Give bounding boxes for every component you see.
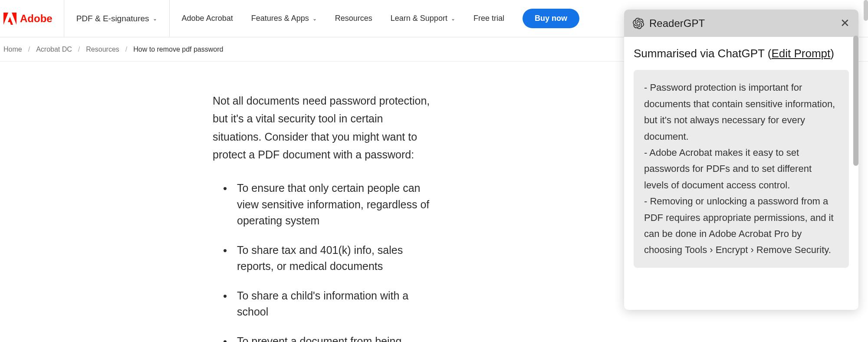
nav-learn-support[interactable]: Learn & Support ⌄	[391, 14, 455, 23]
popup-scrollbar[interactable]	[853, 36, 858, 166]
logo-section: Adobe	[0, 0, 64, 37]
pdf-dropdown-label: PDF & E-signatures	[76, 14, 149, 23]
openai-logo-icon	[633, 18, 644, 29]
popup-title: ReaderGPT	[649, 17, 835, 30]
breadcrumb-separator: /	[78, 46, 80, 53]
list-item: To prevent a document from being copied …	[231, 333, 434, 342]
list-item: To ensure that only certain people can v…	[231, 180, 434, 229]
adobe-logo-icon	[3, 13, 16, 25]
reasons-list: To ensure that only certain people can v…	[213, 180, 434, 342]
chevron-down-icon: ⌄	[153, 16, 157, 22]
chevron-down-icon: ⌄	[451, 16, 455, 22]
popup-heading: Summarised via ChatGPT (Edit Prompt)	[634, 46, 849, 61]
breadcrumb-separator: /	[28, 46, 30, 53]
nav-features-apps[interactable]: Features & Apps ⌄	[251, 14, 317, 23]
readergpt-popup: ReaderGPT ✕ Summarised via ChatGPT (Edit…	[624, 10, 858, 310]
nav-free-trial[interactable]: Free trial	[473, 14, 504, 23]
breadcrumb-current: How to remove pdf password	[133, 46, 223, 53]
summary-box: - Password protection is important for d…	[634, 70, 849, 267]
edit-prompt-link[interactable]: Edit Prompt	[771, 47, 830, 60]
intro-paragraph: Not all documents need password protecti…	[213, 92, 434, 164]
nav-features-label: Features & Apps	[251, 14, 309, 23]
pdf-dropdown-section[interactable]: PDF & E-signatures ⌄	[64, 0, 170, 37]
summary-text: - Password protection is important for d…	[644, 79, 838, 258]
heading-suffix: )	[830, 47, 834, 60]
breadcrumb-acrobat-dc[interactable]: Acrobat DC	[36, 46, 72, 53]
adobe-logo-link[interactable]: Adobe	[3, 13, 53, 25]
nav-resources[interactable]: Resources	[335, 14, 372, 23]
article-content: Not all documents need password protecti…	[0, 62, 434, 342]
list-item: To share tax and 401(k) info, sales repo…	[231, 242, 434, 275]
page-scrollbar[interactable]	[864, 0, 868, 21]
popup-body: Summarised via ChatGPT (Edit Prompt) - P…	[624, 37, 858, 276]
chevron-down-icon: ⌄	[312, 16, 317, 22]
breadcrumb-home[interactable]: Home	[3, 46, 22, 53]
breadcrumb-resources[interactable]: Resources	[86, 46, 119, 53]
popup-header: ReaderGPT ✕	[624, 10, 858, 37]
breadcrumb-separator: /	[125, 46, 127, 53]
close-icon[interactable]: ✕	[840, 16, 850, 30]
heading-prefix: Summarised via ChatGPT (	[634, 47, 771, 60]
adobe-brand-text: Adobe	[20, 13, 53, 25]
nav-adobe-acrobat[interactable]: Adobe Acrobat	[182, 14, 233, 23]
nav-learn-label: Learn & Support	[391, 14, 447, 23]
list-item: To share a child's information with a sc…	[231, 288, 434, 320]
buy-now-button[interactable]: Buy now	[523, 9, 579, 28]
